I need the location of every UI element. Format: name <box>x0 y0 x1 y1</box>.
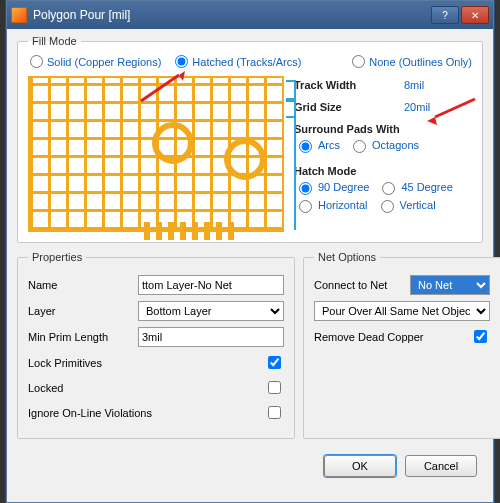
radio-horizontal[interactable]: Horizontal <box>294 197 368 213</box>
connect-to-net-select[interactable]: No Net <box>410 275 490 295</box>
radio-hatched-input[interactable] <box>175 55 188 68</box>
radio-solid-label: Solid (Copper Regions) <box>47 56 161 68</box>
svg-line-2 <box>435 99 475 117</box>
name-input[interactable] <box>138 275 284 295</box>
net-options-group: Net Options Connect to Net No Net Pour O… <box>303 251 500 439</box>
ignore-violations-label: Ignore On-Line Violations <box>28 407 178 419</box>
radio-45deg[interactable]: 45 Degree <box>377 179 452 195</box>
ignore-violations-checkbox[interactable] <box>268 406 281 419</box>
svg-marker-1 <box>179 71 185 81</box>
track-width-label: Track Width <box>294 79 404 91</box>
connect-to-net-label: Connect to Net <box>314 279 410 291</box>
annotation-arrow-icon <box>427 97 477 127</box>
radio-hatched-label: Hatched (Tracks/Arcs) <box>192 56 301 68</box>
pad-ring-icon <box>224 138 266 180</box>
titlebar: Polygon Pour [mil] ? ✕ <box>7 1 493 29</box>
svg-marker-3 <box>427 117 437 125</box>
lock-primitives-checkbox[interactable] <box>268 356 281 369</box>
annotation-arrow-icon <box>139 71 189 105</box>
pour-rule-select[interactable]: Pour Over All Same Net Objects <box>314 301 490 321</box>
remove-dead-copper-checkbox[interactable] <box>474 330 487 343</box>
window-title: Polygon Pour [mil] <box>33 8 429 22</box>
properties-group: Properties Name Layer Bottom Layer Min P… <box>17 251 295 439</box>
net-options-legend: Net Options <box>314 251 380 263</box>
radio-90deg[interactable]: 90 Degree <box>294 179 369 195</box>
properties-legend: Properties <box>28 251 86 263</box>
svg-line-0 <box>141 75 179 101</box>
locked-label: Locked <box>28 382 138 394</box>
cancel-button[interactable]: Cancel <box>405 455 477 477</box>
radio-none[interactable]: None (Outlines Only) <box>352 55 472 68</box>
layer-select[interactable]: Bottom Layer <box>138 301 284 321</box>
locked-checkbox[interactable] <box>268 381 281 394</box>
grid-size-label: Grid Size <box>294 101 404 113</box>
layer-label: Layer <box>28 305 138 317</box>
radio-arcs[interactable]: Arcs <box>294 137 340 153</box>
help-button[interactable]: ? <box>431 6 459 24</box>
dialog-window: Polygon Pour [mil] ? ✕ Fill Mode Solid (… <box>6 0 494 503</box>
fill-mode-legend: Fill Mode <box>28 35 81 47</box>
min-prim-input[interactable] <box>138 327 284 347</box>
app-icon <box>11 7 27 23</box>
dialog-buttons: OK Cancel <box>17 447 483 477</box>
radio-none-input[interactable] <box>352 55 365 68</box>
radio-solid[interactable]: Solid (Copper Regions) <box>30 55 161 68</box>
radio-solid-input[interactable] <box>30 55 43 68</box>
track-width-value[interactable]: 8mil <box>404 79 424 91</box>
radio-octagons[interactable]: Octagons <box>348 137 419 153</box>
radio-none-label: None (Outlines Only) <box>369 56 472 68</box>
pad-ring-icon <box>152 122 194 164</box>
pad-fingers-icon <box>144 222 234 240</box>
close-button[interactable]: ✕ <box>461 6 489 24</box>
grid-size-bracket-icon <box>284 100 296 118</box>
name-label: Name <box>28 279 138 291</box>
min-prim-label: Min Prim Length <box>28 331 138 343</box>
radio-vertical[interactable]: Vertical <box>376 197 436 213</box>
radio-hatched[interactable]: Hatched (Tracks/Arcs) <box>175 55 301 68</box>
ok-button[interactable]: OK <box>324 455 396 477</box>
lock-primitives-label: Lock Primitives <box>28 357 138 369</box>
remove-dead-copper-label: Remove Dead Copper <box>314 331 474 343</box>
fill-mode-group: Fill Mode Solid (Copper Regions) Hatched… <box>17 35 483 243</box>
hatch-mode-label: Hatch Mode <box>294 165 472 177</box>
